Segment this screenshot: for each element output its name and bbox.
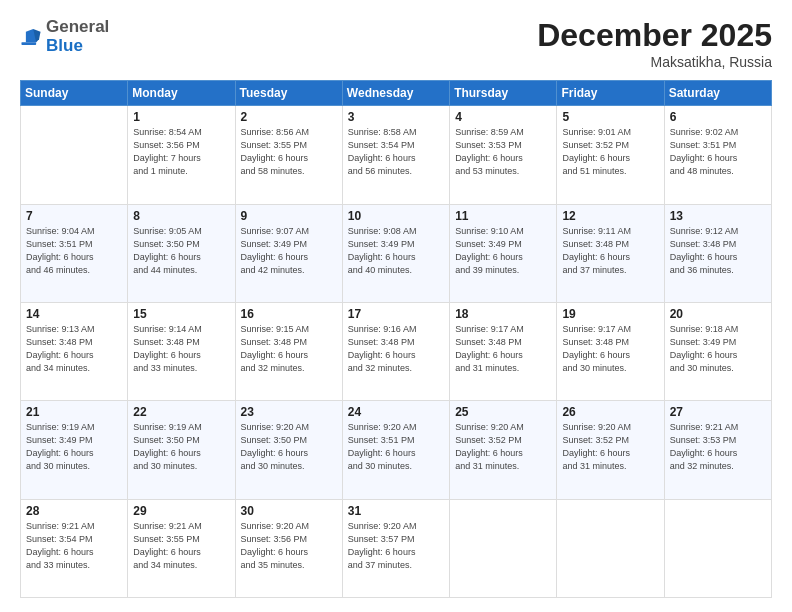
calendar-week-0: 1Sunrise: 8:54 AM Sunset: 3:56 PM Daylig…: [21, 106, 772, 204]
calendar-cell: 24Sunrise: 9:20 AM Sunset: 3:51 PM Dayli…: [342, 401, 449, 499]
calendar-cell: 23Sunrise: 9:20 AM Sunset: 3:50 PM Dayli…: [235, 401, 342, 499]
day-info: Sunrise: 9:17 AM Sunset: 3:48 PM Dayligh…: [455, 323, 551, 375]
logo-blue: Blue: [46, 36, 83, 55]
day-number: 18: [455, 307, 551, 321]
day-number: 7: [26, 209, 122, 223]
day-info: Sunrise: 9:02 AM Sunset: 3:51 PM Dayligh…: [670, 126, 766, 178]
calendar-table: Sunday Monday Tuesday Wednesday Thursday…: [20, 80, 772, 598]
day-number: 17: [348, 307, 444, 321]
calendar-cell: 14Sunrise: 9:13 AM Sunset: 3:48 PM Dayli…: [21, 302, 128, 400]
calendar-cell: 15Sunrise: 9:14 AM Sunset: 3:48 PM Dayli…: [128, 302, 235, 400]
calendar-cell: 9Sunrise: 9:07 AM Sunset: 3:49 PM Daylig…: [235, 204, 342, 302]
calendar-cell: 7Sunrise: 9:04 AM Sunset: 3:51 PM Daylig…: [21, 204, 128, 302]
location: Maksatikha, Russia: [537, 54, 772, 70]
calendar-cell: 18Sunrise: 9:17 AM Sunset: 3:48 PM Dayli…: [450, 302, 557, 400]
calendar-cell: 17Sunrise: 9:16 AM Sunset: 3:48 PM Dayli…: [342, 302, 449, 400]
day-info: Sunrise: 8:59 AM Sunset: 3:53 PM Dayligh…: [455, 126, 551, 178]
day-number: 29: [133, 504, 229, 518]
day-number: 2: [241, 110, 337, 124]
calendar-cell: 20Sunrise: 9:18 AM Sunset: 3:49 PM Dayli…: [664, 302, 771, 400]
day-number: 12: [562, 209, 658, 223]
day-info: Sunrise: 9:15 AM Sunset: 3:48 PM Dayligh…: [241, 323, 337, 375]
day-info: Sunrise: 9:17 AM Sunset: 3:48 PM Dayligh…: [562, 323, 658, 375]
day-number: 31: [348, 504, 444, 518]
day-info: Sunrise: 9:10 AM Sunset: 3:49 PM Dayligh…: [455, 225, 551, 277]
day-info: Sunrise: 9:20 AM Sunset: 3:52 PM Dayligh…: [455, 421, 551, 473]
day-info: Sunrise: 9:07 AM Sunset: 3:49 PM Dayligh…: [241, 225, 337, 277]
day-number: 25: [455, 405, 551, 419]
day-number: 26: [562, 405, 658, 419]
day-info: Sunrise: 9:20 AM Sunset: 3:56 PM Dayligh…: [241, 520, 337, 572]
svg-rect-0: [21, 42, 36, 45]
calendar-header-row: Sunday Monday Tuesday Wednesday Thursday…: [21, 81, 772, 106]
day-number: 27: [670, 405, 766, 419]
day-number: 10: [348, 209, 444, 223]
day-info: Sunrise: 9:20 AM Sunset: 3:57 PM Dayligh…: [348, 520, 444, 572]
day-number: 9: [241, 209, 337, 223]
day-info: Sunrise: 9:19 AM Sunset: 3:50 PM Dayligh…: [133, 421, 229, 473]
calendar-cell: 5Sunrise: 9:01 AM Sunset: 3:52 PM Daylig…: [557, 106, 664, 204]
day-info: Sunrise: 9:18 AM Sunset: 3:49 PM Dayligh…: [670, 323, 766, 375]
calendar-cell: 26Sunrise: 9:20 AM Sunset: 3:52 PM Dayli…: [557, 401, 664, 499]
calendar-cell: [557, 499, 664, 597]
day-info: Sunrise: 9:20 AM Sunset: 3:50 PM Dayligh…: [241, 421, 337, 473]
day-number: 14: [26, 307, 122, 321]
col-wednesday: Wednesday: [342, 81, 449, 106]
page: General Blue December 2025 Maksatikha, R…: [0, 0, 792, 612]
calendar-cell: 4Sunrise: 8:59 AM Sunset: 3:53 PM Daylig…: [450, 106, 557, 204]
day-number: 21: [26, 405, 122, 419]
day-info: Sunrise: 9:13 AM Sunset: 3:48 PM Dayligh…: [26, 323, 122, 375]
day-number: 4: [455, 110, 551, 124]
day-number: 6: [670, 110, 766, 124]
day-number: 8: [133, 209, 229, 223]
calendar-cell: 10Sunrise: 9:08 AM Sunset: 3:49 PM Dayli…: [342, 204, 449, 302]
header: General Blue December 2025 Maksatikha, R…: [20, 18, 772, 70]
logo-general: General: [46, 17, 109, 36]
calendar-cell: 16Sunrise: 9:15 AM Sunset: 3:48 PM Dayli…: [235, 302, 342, 400]
calendar-cell: 3Sunrise: 8:58 AM Sunset: 3:54 PM Daylig…: [342, 106, 449, 204]
col-saturday: Saturday: [664, 81, 771, 106]
day-number: 28: [26, 504, 122, 518]
calendar-cell: 8Sunrise: 9:05 AM Sunset: 3:50 PM Daylig…: [128, 204, 235, 302]
calendar-cell: [450, 499, 557, 597]
day-number: 11: [455, 209, 551, 223]
calendar-cell: 6Sunrise: 9:02 AM Sunset: 3:51 PM Daylig…: [664, 106, 771, 204]
day-number: 30: [241, 504, 337, 518]
day-info: Sunrise: 9:01 AM Sunset: 3:52 PM Dayligh…: [562, 126, 658, 178]
month-title: December 2025: [537, 18, 772, 53]
day-info: Sunrise: 9:04 AM Sunset: 3:51 PM Dayligh…: [26, 225, 122, 277]
calendar-cell: 27Sunrise: 9:21 AM Sunset: 3:53 PM Dayli…: [664, 401, 771, 499]
day-info: Sunrise: 9:20 AM Sunset: 3:51 PM Dayligh…: [348, 421, 444, 473]
day-info: Sunrise: 9:20 AM Sunset: 3:52 PM Dayligh…: [562, 421, 658, 473]
logo-icon: [20, 26, 42, 48]
calendar-cell: 1Sunrise: 8:54 AM Sunset: 3:56 PM Daylig…: [128, 106, 235, 204]
day-info: Sunrise: 9:14 AM Sunset: 3:48 PM Dayligh…: [133, 323, 229, 375]
calendar-cell: 28Sunrise: 9:21 AM Sunset: 3:54 PM Dayli…: [21, 499, 128, 597]
day-info: Sunrise: 9:05 AM Sunset: 3:50 PM Dayligh…: [133, 225, 229, 277]
col-friday: Friday: [557, 81, 664, 106]
calendar-cell: 31Sunrise: 9:20 AM Sunset: 3:57 PM Dayli…: [342, 499, 449, 597]
day-number: 20: [670, 307, 766, 321]
day-number: 15: [133, 307, 229, 321]
calendar-cell: 19Sunrise: 9:17 AM Sunset: 3:48 PM Dayli…: [557, 302, 664, 400]
day-number: 16: [241, 307, 337, 321]
day-info: Sunrise: 8:58 AM Sunset: 3:54 PM Dayligh…: [348, 126, 444, 178]
calendar-cell: 25Sunrise: 9:20 AM Sunset: 3:52 PM Dayli…: [450, 401, 557, 499]
day-number: 23: [241, 405, 337, 419]
logo: General Blue: [20, 18, 109, 55]
calendar-cell: 12Sunrise: 9:11 AM Sunset: 3:48 PM Dayli…: [557, 204, 664, 302]
calendar-week-1: 7Sunrise: 9:04 AM Sunset: 3:51 PM Daylig…: [21, 204, 772, 302]
day-info: Sunrise: 9:19 AM Sunset: 3:49 PM Dayligh…: [26, 421, 122, 473]
calendar-week-3: 21Sunrise: 9:19 AM Sunset: 3:49 PM Dayli…: [21, 401, 772, 499]
col-monday: Monday: [128, 81, 235, 106]
calendar-cell: 21Sunrise: 9:19 AM Sunset: 3:49 PM Dayli…: [21, 401, 128, 499]
day-info: Sunrise: 8:54 AM Sunset: 3:56 PM Dayligh…: [133, 126, 229, 178]
day-info: Sunrise: 9:11 AM Sunset: 3:48 PM Dayligh…: [562, 225, 658, 277]
calendar-cell: 2Sunrise: 8:56 AM Sunset: 3:55 PM Daylig…: [235, 106, 342, 204]
day-number: 5: [562, 110, 658, 124]
day-number: 19: [562, 307, 658, 321]
calendar-cell: 30Sunrise: 9:20 AM Sunset: 3:56 PM Dayli…: [235, 499, 342, 597]
title-block: December 2025 Maksatikha, Russia: [537, 18, 772, 70]
calendar-cell: [21, 106, 128, 204]
day-info: Sunrise: 9:16 AM Sunset: 3:48 PM Dayligh…: [348, 323, 444, 375]
